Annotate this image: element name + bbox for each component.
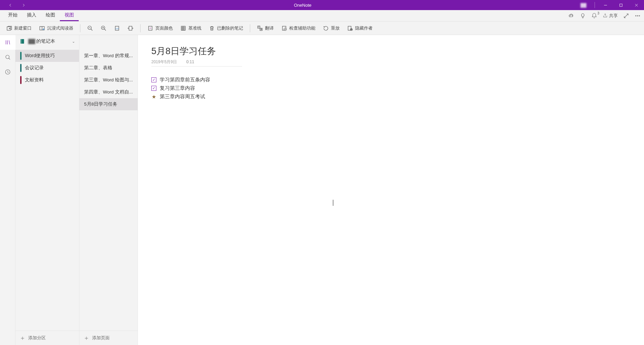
section-label: 会议记录 <box>25 65 44 71</box>
notebook-name-blur: ▓▓ <box>28 38 35 44</box>
minimize-button[interactable] <box>598 0 613 10</box>
svg-point-1 <box>636 15 636 16</box>
svg-text:100: 100 <box>115 28 119 30</box>
hide-authors-label: 隐藏作者 <box>355 25 373 31</box>
add-section-button[interactable]: ＋ 添加分区 <box>15 331 79 345</box>
page-date[interactable]: 2019年5月9日 <box>151 59 177 65</box>
add-page-label: 添加页面 <box>92 335 110 341</box>
search-icon[interactable] <box>0 50 15 65</box>
section-color-bar <box>20 64 22 72</box>
sections-panel: ▓▓ 的笔记本 ⌄ Word使用技巧会议记录文献资料 ＋ 添加分区 <box>15 35 79 345</box>
new-window-button[interactable]: 新建窗口 <box>3 24 34 33</box>
maximize-button[interactable] <box>613 0 629 10</box>
new-window-label: 新建窗口 <box>14 25 32 31</box>
ribbon-tab-2[interactable]: 绘图 <box>41 10 60 21</box>
immersive-reader-button[interactable]: 沉浸式阅读器 <box>36 24 76 33</box>
svg-rect-24 <box>21 39 22 44</box>
chevron-down-icon: ⌄ <box>72 39 75 44</box>
immersive-reader-label: 沉浸式阅读器 <box>47 25 73 31</box>
section-label: Word使用技巧 <box>25 53 55 59</box>
page-item-3[interactable]: 第四章、Word 文档自... <box>79 86 138 98</box>
title-underline <box>151 66 242 67</box>
separator <box>140 24 141 32</box>
fit-width-button[interactable]: 100 <box>111 24 123 33</box>
page-title[interactable]: 5月8日学习任务 <box>151 45 631 57</box>
lightbulb-icon[interactable] <box>580 13 586 19</box>
todo-text[interactable]: 第三章内容周五考试 <box>160 93 205 100</box>
add-section-label: 添加分区 <box>28 335 46 341</box>
account-label[interactable]: ▓▓ <box>575 3 592 7</box>
section-color-bar <box>20 52 22 60</box>
separator <box>80 24 80 32</box>
fit-page-button[interactable] <box>125 24 136 33</box>
separator <box>250 24 250 32</box>
pages-panel: 第一章、Word 的常规...第二章、表格第三章、Word 绘图与...第四章、… <box>79 35 138 345</box>
notification-badge: 3 <box>597 11 599 15</box>
rule-lines-button[interactable]: 基准线 <box>178 24 204 33</box>
svg-point-3 <box>639 15 640 16</box>
check-accessibility-label: 检查辅助功能 <box>289 25 315 31</box>
hide-authors-button[interactable]: 隐藏作者 <box>344 24 375 33</box>
recent-icon[interactable] <box>0 65 15 79</box>
page-color-button[interactable]: 页面颜色 <box>145 24 176 33</box>
todo-text[interactable]: 复习第三章内容 <box>160 85 195 91</box>
plus-icon: ＋ <box>83 335 89 341</box>
more-icon[interactable] <box>635 13 641 19</box>
section-item-1[interactable]: 会议记录 <box>15 62 79 74</box>
notifications-icon[interactable]: 3 <box>591 13 597 19</box>
page-time[interactable]: 0:11 <box>186 60 194 64</box>
todo-item-0[interactable]: ✓学习第四章前五条内容 <box>151 77 631 83</box>
back-button[interactable] <box>3 0 17 10</box>
plus-icon: ＋ <box>20 335 26 341</box>
page-canvas[interactable]: 5月8日学习任务 2019年5月9日 0:11 ✓学习第四章前五条内容✓复习第三… <box>138 35 644 345</box>
forward-button[interactable] <box>17 0 30 10</box>
page-item-2[interactable]: 第三章、Word 绘图与... <box>79 74 138 86</box>
close-button[interactable] <box>629 0 644 10</box>
svg-point-21 <box>6 55 9 59</box>
deleted-notes-label: 已删除的笔记 <box>217 25 243 31</box>
text-cursor <box>333 200 333 206</box>
check-accessibility-button[interactable]: 检查辅助功能 <box>278 24 318 33</box>
zoom-out-button[interactable] <box>84 24 96 33</box>
todo-item-2[interactable]: ★第三章内容周五考试 <box>151 93 631 100</box>
svg-rect-13 <box>181 26 185 30</box>
ribbon-tab-3[interactable]: 视图 <box>60 10 79 21</box>
section-label: 文献资料 <box>25 77 44 83</box>
deleted-notes-button[interactable]: 已删除的笔记 <box>206 24 246 33</box>
add-page-button[interactable]: ＋ 添加页面 <box>79 331 138 345</box>
titlebar: OneNote ▓▓ <box>0 0 644 10</box>
page-meta: 2019年5月9日 0:11 <box>151 59 631 65</box>
star-icon[interactable]: ★ <box>151 94 156 100</box>
translate-label: 翻译 <box>265 25 274 31</box>
ribbon-tab-1[interactable]: 插入 <box>22 10 41 21</box>
share-button[interactable]: 共享 <box>603 13 618 19</box>
notebook-name: 的笔记本 <box>35 38 55 44</box>
zoom-in-button[interactable] <box>98 24 109 33</box>
page-item-4[interactable]: 5月8日学习任务 <box>79 98 138 110</box>
left-rail <box>0 35 15 345</box>
fullscreen-icon[interactable] <box>623 13 629 19</box>
page-item-1[interactable]: 第二章、表格 <box>79 62 138 74</box>
translate-button[interactable]: 翻译 <box>254 24 276 33</box>
checkbox-icon[interactable]: ✓ <box>151 77 156 82</box>
todo-text[interactable]: 学习第四章前五条内容 <box>160 77 210 83</box>
section-item-2[interactable]: 文献资料 <box>15 74 79 86</box>
svg-point-2 <box>637 15 638 16</box>
divider <box>595 2 595 8</box>
window-title: OneNote <box>30 3 575 8</box>
checkbox-icon[interactable]: ✓ <box>151 86 156 91</box>
section-item-0[interactable]: Word使用技巧 <box>15 50 79 62</box>
ribbon-tabs: 开始插入绘图视图 3 共享 <box>0 10 644 22</box>
replay-button[interactable]: 重放 <box>320 24 342 33</box>
todo-list: ✓学习第四章前五条内容✓复习第三章内容★第三章内容周五考试 <box>151 77 631 100</box>
replay-label: 重放 <box>331 25 340 31</box>
todo-item-1[interactable]: ✓复习第三章内容 <box>151 85 631 91</box>
view-toolbar: 新建窗口沉浸式阅读器100页面颜色基准线已删除的笔记翻译检查辅助功能重放隐藏作者 <box>0 22 644 35</box>
ribbon-tab-0[interactable]: 开始 <box>3 10 22 21</box>
rule-lines-label: 基准线 <box>188 25 201 31</box>
page-item-0[interactable]: 第一章、Word 的常规... <box>79 50 138 62</box>
notebooks-icon[interactable] <box>0 35 15 50</box>
sync-icon[interactable] <box>568 13 574 19</box>
notebook-picker[interactable]: ▓▓ 的笔记本 ⌄ <box>15 35 79 50</box>
share-label: 共享 <box>609 13 618 19</box>
